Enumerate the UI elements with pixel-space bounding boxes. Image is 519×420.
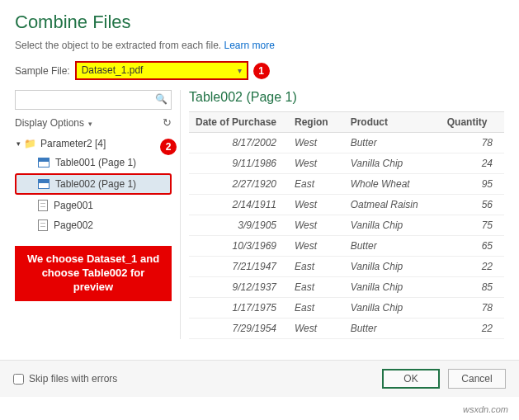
preview-pane: Table002 (Page 1) Date of Purchase Regio… (180, 90, 504, 339)
collapse-icon[interactable]: ▾ (17, 139, 21, 148)
table-cell: 75 (441, 215, 504, 236)
tree-item-page001[interactable]: Page001 (15, 196, 172, 215)
sample-file-dropdown[interactable]: Dataset_1.pdf ▾ (75, 61, 248, 80)
display-options-label: Display Options (15, 117, 84, 129)
ok-button[interactable]: OK (382, 369, 440, 389)
chevron-down-icon: ▾ (88, 120, 92, 128)
table-row[interactable]: 9/11/1986WestVanilla Chip24 (189, 153, 504, 174)
learn-more-link[interactable]: Learn more (224, 40, 274, 51)
cancel-button[interactable]: Cancel (448, 369, 506, 389)
table-cell: East (288, 174, 344, 195)
search-icon[interactable]: 🔍 (155, 93, 167, 105)
annotation-note: We choose Dataset_1 and choose Table002 … (15, 246, 172, 301)
subtitle-text: Select the object to be extracted from e… (15, 40, 221, 51)
table-cell: Vanilla Chip (344, 277, 441, 298)
table-row[interactable]: 9/12/1937EastVanilla Chip85 (189, 277, 504, 298)
skip-errors-text: Skip files with errors (29, 373, 117, 385)
tree-root-label: Parameter2 [4] (40, 138, 106, 149)
table-cell: 7/29/1954 (189, 319, 288, 339)
table-cell: 9/11/1986 (189, 153, 288, 174)
callout-badge-1: 1 (253, 63, 270, 79)
preview-table: Date of Purchase Region Product Quantity… (189, 111, 504, 339)
table-cell: East (288, 277, 344, 298)
skip-errors-checkbox[interactable] (13, 374, 24, 385)
table-cell: 85 (441, 277, 504, 298)
table-row[interactable]: 3/9/1905WestVanilla Chip75 (189, 215, 504, 236)
table-cell: 10/3/1969 (189, 236, 288, 257)
tree-item-label: Page002 (54, 219, 93, 231)
watermark: wsxdn.com (460, 403, 511, 415)
table-cell: Butter (344, 133, 441, 153)
object-tree: ▾ 📁 Parameter2 [4] Table001 (Page 1) 2 T… (15, 135, 172, 234)
dialog-title: Combine Files (15, 12, 504, 33)
tree-item-table002[interactable]: Table002 (Page 1) (15, 173, 172, 195)
tree-item-label: Table002 (Page 1) (55, 178, 136, 190)
table-cell: 24 (441, 153, 504, 174)
col-region[interactable]: Region (288, 112, 344, 133)
tree-root-item[interactable]: ▾ 📁 Parameter2 [4] (15, 135, 172, 152)
table-cell: Vanilla Chip (344, 257, 441, 277)
dialog-footer: Skip files with errors OK Cancel (0, 360, 519, 397)
table-cell: 22 (441, 257, 504, 277)
refresh-icon[interactable]: ↻ (163, 116, 172, 129)
col-quantity[interactable]: Quantity (441, 112, 504, 133)
sample-file-value: Dataset_1.pdf (82, 64, 144, 76)
preview-title: Table002 (Page 1) (189, 90, 504, 105)
table-row[interactable]: 2/14/1911WestOatmeal Raisin56 (189, 195, 504, 215)
tree-item-page002[interactable]: Page002 (15, 216, 172, 234)
search-input[interactable] (15, 90, 172, 110)
table-cell: Oatmeal Raisin (344, 195, 441, 215)
folder-icon: 📁 (24, 138, 36, 149)
table-icon (38, 158, 50, 168)
table-cell: West (288, 319, 344, 339)
table-cell: West (288, 236, 344, 257)
tree-item-table001[interactable]: Table001 (Page 1) (15, 153, 172, 172)
table-cell: East (288, 298, 344, 319)
skip-errors-label[interactable]: Skip files with errors (13, 373, 117, 385)
tree-item-label: Table001 (Page 1) (55, 157, 136, 168)
table-cell: 9/12/1937 (189, 277, 288, 298)
sample-file-label: Sample File: (15, 65, 70, 77)
table-cell: 95 (441, 174, 504, 195)
table-cell: East (288, 257, 344, 277)
table-cell: 78 (441, 298, 504, 319)
table-cell: 22 (441, 319, 504, 339)
table-cell: Whole Wheat (344, 174, 441, 195)
table-row[interactable]: 8/17/2002WestButter78 (189, 133, 504, 153)
col-date[interactable]: Date of Purchase (189, 112, 288, 133)
table-cell: 65 (441, 236, 504, 257)
page-icon (38, 219, 48, 231)
table-cell: 3/9/1905 (189, 215, 288, 236)
table-cell: West (288, 195, 344, 215)
table-cell: 1/17/1975 (189, 298, 288, 319)
table-cell: 78 (441, 133, 504, 153)
tree-item-label: Page001 (54, 200, 93, 211)
callout-badge-2: 2 (160, 139, 177, 155)
navigator-pane: 🔍 Display Options ▾ ↻ ▾ 📁 Parameter2 [4] (15, 90, 172, 339)
table-cell: Vanilla Chip (344, 298, 441, 319)
table-cell: 2/14/1911 (189, 195, 288, 215)
table-cell: West (288, 215, 344, 236)
table-cell: 8/17/2002 (189, 133, 288, 153)
table-cell: Butter (344, 319, 441, 339)
table-cell: Butter (344, 236, 441, 257)
table-cell: Vanilla Chip (344, 215, 441, 236)
col-product[interactable]: Product (344, 112, 441, 133)
table-cell: 2/27/1920 (189, 174, 288, 195)
display-options-button[interactable]: Display Options ▾ (15, 117, 92, 129)
dialog-subtitle: Select the object to be extracted from e… (15, 40, 504, 51)
chevron-down-icon: ▾ (238, 66, 242, 75)
table-cell: West (288, 153, 344, 174)
table-row[interactable]: 1/17/1975EastVanilla Chip78 (189, 298, 504, 319)
table-icon (38, 179, 50, 189)
table-cell: 7/21/1947 (189, 257, 288, 277)
table-header-row: Date of Purchase Region Product Quantity (189, 112, 504, 133)
table-row[interactable]: 7/29/1954WestButter22 (189, 319, 504, 339)
page-icon (38, 200, 48, 211)
table-cell: 56 (441, 195, 504, 215)
table-row[interactable]: 7/21/1947EastVanilla Chip22 (189, 257, 504, 277)
table-row[interactable]: 10/3/1969WestButter65 (189, 236, 504, 257)
table-cell: West (288, 133, 344, 153)
table-cell: Vanilla Chip (344, 153, 441, 174)
table-row[interactable]: 2/27/1920EastWhole Wheat95 (189, 174, 504, 195)
